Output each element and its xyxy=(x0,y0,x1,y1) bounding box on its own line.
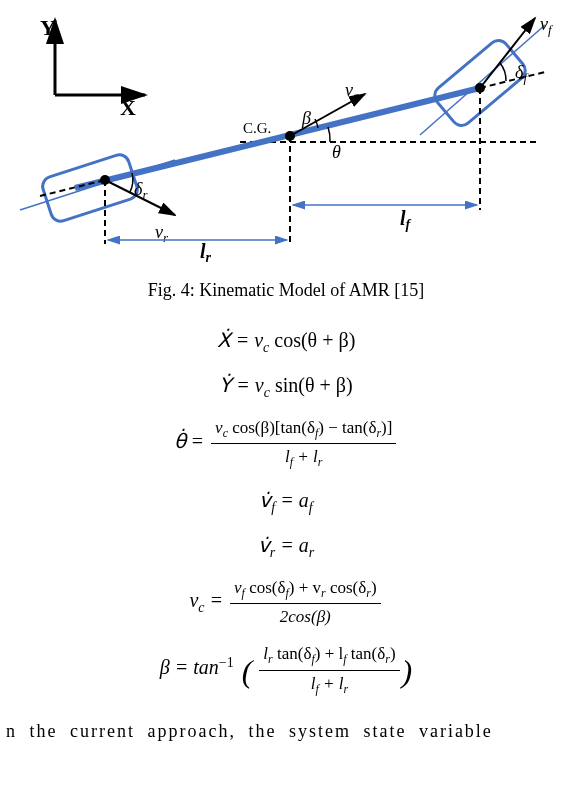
body-text-fragment: n the current approach, the system state… xyxy=(0,711,572,742)
delta-f-label: δf xyxy=(515,62,529,85)
vc-label: vc xyxy=(345,80,359,103)
delta-r-label: δr xyxy=(134,179,148,202)
beta-label: β xyxy=(301,108,311,128)
lr-label: lr xyxy=(200,240,212,265)
figure-diagram: Y X C.G. vc β θ vf δf xyxy=(0,0,572,270)
axis-x-label: X xyxy=(120,95,136,120)
figure-caption: Fig. 4: Kinematic Model of AMR [15] xyxy=(0,280,572,301)
eq-beta: β = tan−1 ( lr tan(δf) + lf tan(δr) lf +… xyxy=(0,641,572,699)
axis-y-label: Y xyxy=(40,15,56,40)
lf-label: lf xyxy=(400,207,412,232)
eq-vc: vc = vf cos(δf) + vr cos(δr) 2cos(β) xyxy=(0,575,572,630)
eq-ydot: Ẏ = vc sin(θ + β) xyxy=(0,370,572,403)
vf-label: vf xyxy=(540,14,554,37)
eq-vfdot: v̇f = af xyxy=(0,485,572,518)
equation-block: Ẋ = vc cos(θ + β) Ẏ = vc sin(θ + β) θ̇ =… xyxy=(0,325,572,699)
theta-label: θ xyxy=(332,142,341,162)
eq-xdot: Ẋ = vc cos(θ + β) xyxy=(0,325,572,358)
cg-label: C.G. xyxy=(243,120,271,136)
vr-label: vr xyxy=(155,222,169,245)
kinematic-diagram-svg: Y X C.G. vc β θ vf δf xyxy=(0,0,572,270)
eq-thetadot: θ̇ = vc cos(β)[tan(δf) − tan(δr)] lf + l… xyxy=(0,415,572,473)
eq-vrdot: v̇r = ar xyxy=(0,530,572,563)
